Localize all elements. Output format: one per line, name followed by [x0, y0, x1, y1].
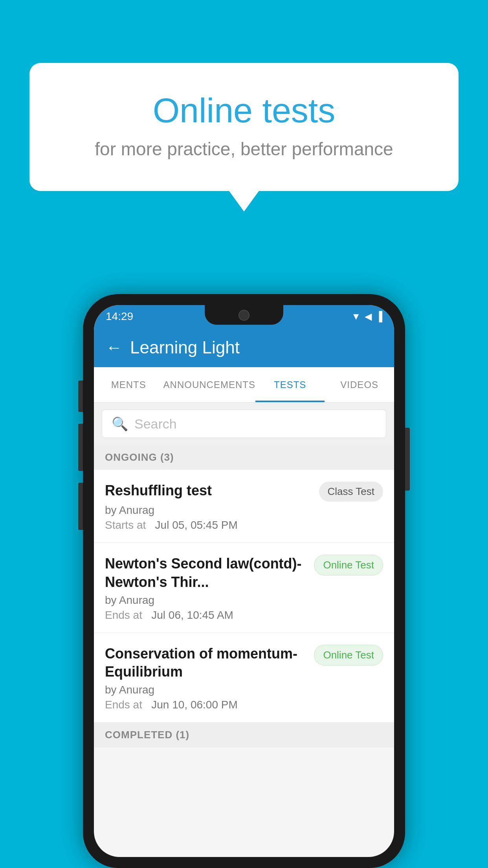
test-item-3-header: Conservation of momentum-Equilibrium Onl… [105, 645, 383, 682]
tab-videos[interactable]: VIDEOS [325, 367, 394, 402]
tab-tests[interactable]: TESTS [255, 367, 325, 402]
battery-icon: ▐ [376, 311, 382, 322]
test-item-1-header: Reshuffling test Class Test [105, 482, 383, 502]
back-button[interactable]: ← [106, 338, 122, 357]
tab-videos-label: VIDEOS [340, 379, 378, 390]
phone-screen: 14:29 ▼ ◀ ▐ ← Learning Light MENTS ANNOU… [94, 305, 394, 857]
bubble-title: Online tests [53, 90, 435, 131]
test-name-1: Reshuffling test [105, 482, 311, 500]
test-item-1[interactable]: Reshuffling test Class Test by Anurag St… [94, 470, 394, 543]
time-value-3: Jun 10, 06:00 PM [151, 699, 237, 711]
ongoing-section-header: ONGOING (3) [94, 445, 394, 470]
test-list: Reshuffling test Class Test by Anurag St… [94, 470, 394, 723]
completed-label: COMPLETED (1) [105, 729, 189, 741]
test-item-3[interactable]: Conservation of momentum-Equilibrium Onl… [94, 633, 394, 723]
ongoing-label: ONGOING (3) [105, 451, 174, 463]
speech-bubble: Online tests for more practice, better p… [29, 63, 459, 191]
test-item-2-header: Newton's Second law(contd)-Newton's Thir… [105, 555, 383, 592]
tab-ments-label: MENTS [111, 379, 146, 390]
test-badge-2: Online Test [314, 555, 383, 576]
test-name-3: Conservation of momentum-Equilibrium [105, 645, 306, 682]
search-input[interactable]: Search [134, 416, 177, 432]
status-time: 14:29 [106, 310, 133, 323]
test-by-2: by Anurag [105, 594, 383, 607]
speech-bubble-container: Online tests for more practice, better p… [29, 63, 459, 191]
completed-section-header: COMPLETED (1) [94, 723, 394, 747]
search-box[interactable]: 🔍 Search [102, 410, 386, 438]
phone-outer: 14:29 ▼ ◀ ▐ ← Learning Light MENTS ANNOU… [83, 294, 405, 868]
signal-icon: ◀ [365, 311, 372, 322]
app-bar: ← Learning Light [94, 328, 394, 367]
wifi-icon: ▼ [351, 311, 361, 322]
app-title: Learning Light [130, 338, 240, 357]
phone-frame: 14:29 ▼ ◀ ▐ ← Learning Light MENTS ANNOU… [83, 294, 405, 868]
tab-tests-label: TESTS [274, 379, 306, 390]
phone-button-power [405, 428, 410, 491]
tab-announcements[interactable]: ANNOUNCEMENTS [163, 367, 255, 402]
phone-button-volume-down [78, 483, 83, 530]
test-badge-1: Class Test [319, 482, 383, 502]
time-value-2: Jul 06, 10:45 AM [151, 609, 233, 621]
test-time-3: Ends at Jun 10, 06:00 PM [105, 699, 383, 711]
bubble-subtitle: for more practice, better performance [53, 138, 435, 160]
phone-button-volume-label [78, 381, 83, 412]
search-container: 🔍 Search [94, 403, 394, 445]
tab-announcements-label: ANNOUNCEMENTS [163, 379, 255, 390]
tabs-bar: MENTS ANNOUNCEMENTS TESTS VIDEOS [94, 367, 394, 403]
time-label-2: Ends at [105, 609, 142, 621]
status-icons: ▼ ◀ ▐ [351, 311, 382, 322]
test-time-2: Ends at Jul 06, 10:45 AM [105, 609, 383, 622]
time-label-3: Ends at [105, 699, 142, 711]
tab-ments[interactable]: MENTS [94, 367, 163, 402]
phone-button-volume-up [78, 424, 83, 471]
test-by-1: by Anurag [105, 504, 383, 517]
time-label-1: Starts at [105, 519, 146, 531]
test-by-3: by Anurag [105, 684, 383, 696]
test-time-1: Starts at Jul 05, 05:45 PM [105, 519, 383, 531]
test-item-2[interactable]: Newton's Second law(contd)-Newton's Thir… [94, 543, 394, 633]
time-value-1: Jul 05, 05:45 PM [155, 519, 238, 531]
test-badge-3: Online Test [314, 645, 383, 666]
phone-camera [238, 310, 250, 321]
search-icon: 🔍 [112, 416, 128, 432]
test-name-2: Newton's Second law(contd)-Newton's Thir… [105, 555, 306, 592]
phone-notch [205, 305, 283, 325]
